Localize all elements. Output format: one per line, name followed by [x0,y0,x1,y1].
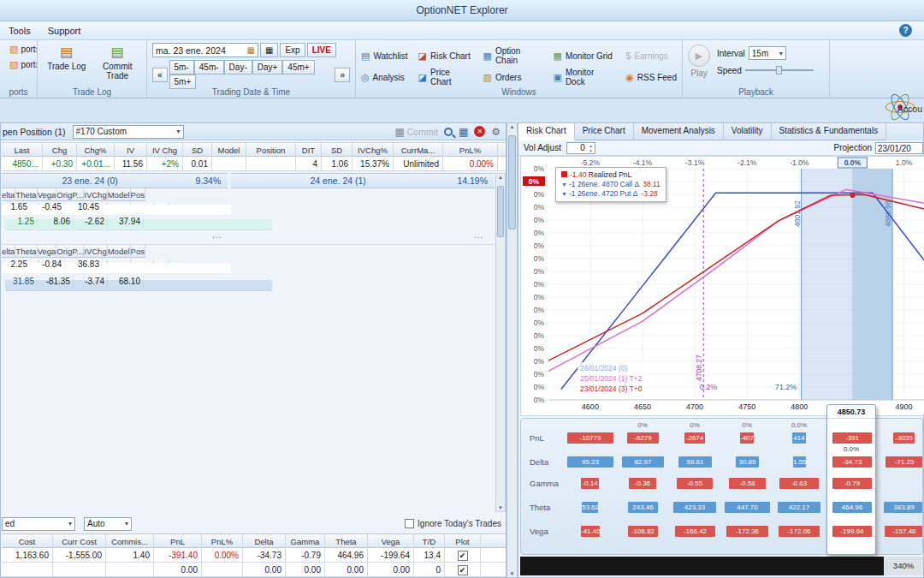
reports-button[interactable]: ▧ ports [5,43,32,56]
window-toggle-button[interactable]: ▣ Monitor Dock [553,68,615,86]
window-toggle-button[interactable]: ◉ RSS Feed [625,68,677,86]
totals-value-cell [53,563,106,577]
tab[interactable]: Statistics & Fundamentals [772,123,887,140]
expiration-header[interactable]: 23 ene. 24 (0) 9.34% [2,173,228,188]
greek-bar: 383.89 [884,502,923,513]
tab[interactable]: Movement Analysis [634,123,724,140]
scroll-up-icon[interactable]: ▲ [507,124,517,129]
window-toggle-button[interactable]: ◎ Analysis [361,68,408,86]
scroll-up-icon[interactable]: ▲ [496,175,505,180]
reports-button[interactable]: ▧ ports [5,58,32,71]
window-toggle-button[interactable]: ◪ Risk Chart [418,46,473,65]
option-row[interactable]: 1.258.06-2.6237.94 [5,219,272,230]
option-row[interactable]: 2.25-0.8436.83 [2,263,231,274]
time-step-button[interactable]: Day- [224,60,252,74]
option-row[interactable]: 31.85-81.35-3.7468.10 [5,280,272,291]
window-toggle-button[interactable]: ▤ Watchlist [361,46,408,65]
menu-item[interactable]: Tools [0,26,39,36]
totals-value-cell [202,563,243,577]
live-button[interactable]: LIVE [307,43,336,57]
greek-row-label: Vega [530,527,548,536]
grid-view-icon[interactable]: ▦ [459,126,468,138]
projection-date-field[interactable]: 23/01/20 [875,142,923,154]
svg-text:0%: 0% [534,319,545,327]
exp-button[interactable]: Exp [280,43,305,57]
time-step-button[interactable]: 45m- [194,60,224,74]
summary-value-cell: 0.01 [183,157,212,171]
summary-value-cell: +2% [147,157,183,171]
window-icon: ▦ [553,51,561,61]
svg-text:0%: 0% [534,357,545,366]
scroll-down-icon[interactable]: ▼ [496,505,505,510]
slider-thumb[interactable] [776,66,782,74]
greek-bar: -0.14 [581,478,599,489]
tab[interactable]: Risk Chart [518,123,575,140]
option-chain: 23 ene. 24 (0) 9.34% 24 ene. 24 (1) 14.1… [2,173,495,293]
step-forward-icon[interactable]: » [335,68,350,82]
summary-value-cell: 11.56 [115,157,147,171]
ribbon-group-playback: ▶ Play Interval 15m ▾ Speed Playback [683,40,830,98]
tradelog-button[interactable]: ▤ Commit Trade [94,43,142,84]
account-tab[interactable]: Accou [897,104,922,114]
svg-text:-5.2%: -5.2% [581,158,601,167]
totals-header-cell: Theta [325,534,368,549]
greek-bar: -41.40 [581,526,600,537]
calendar-button[interactable]: ▦ [260,43,278,57]
time-step-button[interactable]: 5m- [169,60,194,74]
vol-adjust-stepper[interactable]: 0 ▴▾ [566,142,595,154]
chain-scrollbar[interactable]: ▲ ▼ [495,173,506,512]
close-position-icon[interactable]: ✕ [474,126,485,137]
expiration-header[interactable]: 24 ene. 24 (1) 14.19% [231,173,495,188]
help-icon[interactable]: ? [899,24,912,37]
ribbon-group-datetime: ma. 23 ene. 2024 ▦ ▦ Exp LIVE « 5m-45m-D… [147,40,356,98]
svg-text:4700: 4700 [686,402,703,411]
interval-select[interactable]: 15m ▾ [749,46,786,60]
commit-button[interactable]: ▦ Commit [394,126,438,138]
window-toggle-button[interactable]: ▦ Option Chain [483,46,542,65]
window-toggle-button[interactable]: ◪ Price Chart [418,68,473,86]
speed-slider[interactable] [745,65,814,75]
tradelog-icon: ▤ [60,45,73,59]
totals-header-cell: Delta [243,534,286,549]
window-toggle-button[interactable]: ▥ Orders [483,68,542,86]
report-icon: ▧ [9,60,18,69]
totals-header-cell: Gamma [286,534,325,549]
svg-text:0%: 0% [534,306,545,314]
scrollbar-thumb[interactable] [497,186,504,237]
greek-row-label: Theta [530,503,550,512]
summary-header-cell: CurrMa... [394,143,443,158]
position-selector[interactable]: #170 Custom ▾ [73,125,184,139]
ribbon-group-windows: ▤ Watchlist ◪ Risk Chart ▦ Option Chain … [356,40,683,98]
totals-value-cell: 0.00 [286,563,325,577]
tab[interactable]: Price Chart [575,123,634,140]
auto-select[interactable]: Auto ▾ [84,517,132,531]
pnl-pct-label: 0.0% [827,445,875,453]
chart-legend: -1.40 Realized PnL ▼-1 26ene. 4870 Call … [555,167,666,202]
report-icon: ▧ [9,45,18,54]
window-toggle-button[interactable]: $ Earnings [625,46,677,65]
date-input[interactable]: ma. 23 ene. 2024 ▦ [152,43,258,57]
totals-value-cell: -1,555.00 [53,548,106,563]
option-row[interactable]: 1.65-0.4510.45 [2,205,231,216]
tradelog-button[interactable]: ▤ Trade Log [43,43,91,84]
main-scrollbar[interactable]: ▲ ▼ [506,122,518,578]
chain-column-header: IVChg [84,245,107,258]
play-button[interactable]: ▶ [688,45,710,67]
menu-item[interactable]: Support [39,26,90,36]
step-back-icon[interactable]: « [152,68,168,82]
price-annotation: 4708.27 [695,355,703,381]
ignore-trades-checkbox[interactable] [405,519,414,528]
time-step-button[interactable]: 45m+ [282,60,314,74]
stepper-arrows-icon[interactable]: ▴▾ [587,143,595,153]
tab[interactable]: Volatility [724,123,772,140]
scroll-down-icon[interactable]: ▼ [507,571,517,576]
risk-chart[interactable]: 4708.274801.924888.980.2%71.2%0%0%0%0%0%… [520,156,924,416]
time-step-button[interactable]: Day+ [252,60,283,74]
window-toggle-button[interactable]: ▦ Monitor Grid [553,46,615,65]
greek-bar: -0.55 [677,478,713,489]
menubar: ToolsSupport ? [0,21,924,40]
view-mode-select[interactable]: ed ▾ [2,517,75,531]
settings-gear-icon[interactable]: ⚙ [491,126,500,138]
zoom-search-icon[interactable] [444,128,453,136]
scrollbar-thumb[interactable] [508,135,516,229]
